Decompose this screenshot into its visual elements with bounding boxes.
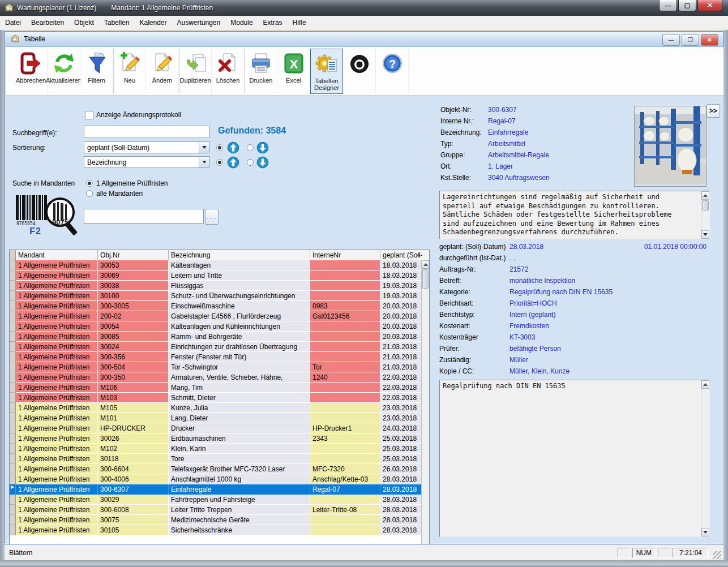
barcode-input[interactable]: [84, 209, 204, 224]
table-vertical-scrollbar[interactable]: [421, 260, 429, 567]
table-row[interactable]: 1 Allgemeine Prüffristen300-6604Telefaxg…: [10, 464, 422, 474]
barcode-browse-button[interactable]: .....: [205, 209, 219, 225]
table-cell: 1 Allgemeine Prüffristen: [16, 342, 98, 352]
field-value: . .: [509, 254, 515, 262]
table-row[interactable]: 1 Allgemeine Prüffristen300-6008Leiter T…: [10, 505, 422, 515]
scroll-up-icon[interactable]: [701, 191, 709, 200]
table-row[interactable]: 1 Allgemeine PrüffristenM102Klein, Karin…: [10, 444, 422, 454]
scroll-up-icon[interactable]: [422, 260, 429, 269]
table-row[interactable]: 1 Allgemeine Prüffristen30024Einrichtung…: [10, 342, 422, 352]
table-row[interactable]: 1 Allgemeine Prüffristen30075Medizintech…: [10, 515, 422, 525]
header-internenr[interactable]: InterneNr: [310, 250, 380, 260]
header-geplant[interactable]: geplant (Soll-D: [380, 250, 422, 260]
table-cell: 30085: [98, 332, 169, 342]
table-row[interactable]: 1 Allgemeine Prüffristen300-356Fenster (…: [10, 352, 422, 362]
tabelle-minimize-button[interactable]: —: [662, 34, 680, 46]
suchbegriff-input[interactable]: [84, 126, 209, 138]
duplizieren-button[interactable]: Duplizieren: [179, 49, 212, 94]
sort2-up-button[interactable]: [226, 156, 240, 169]
table-row[interactable]: 1 Allgemeine Prüffristen30118Tore25.03.2…: [10, 454, 422, 464]
table-row[interactable]: 1 Allgemeine Prüffristen30085Ramm- und B…: [10, 332, 422, 342]
dropdown-arrow-icon[interactable]: [199, 157, 209, 167]
menu-item-kalender[interactable]: Kalender: [134, 16, 172, 30]
maximize-button[interactable]: ▢: [678, 0, 696, 11]
table-row[interactable]: 1 Allgemeine PrüffristenM106Mang, Tim22.…: [10, 383, 422, 393]
table-row[interactable]: ▶1 Allgemeine Prüffristen300-6307Einfahr…: [10, 484, 422, 495]
tabelle-restore-button[interactable]: ❐: [682, 34, 699, 46]
table-row[interactable]: 1 Allgemeine PrüffristenM105Kunze, Julia…: [10, 403, 422, 413]
table-row[interactable]: 1 Allgemeine Prüffristen30105Sicherheits…: [10, 525, 422, 535]
loeschen-button[interactable]: Löschen: [212, 49, 245, 94]
sort2-asc-radio[interactable]: [216, 159, 223, 166]
table-row[interactable]: 1 Allgemeine Prüffristen300-3005Einschwe…: [10, 301, 422, 311]
menu-item-tabellen[interactable]: Tabellen: [99, 16, 135, 30]
neu-button[interactable]: Neu: [113, 49, 146, 94]
expand-details-button[interactable]: >>: [706, 104, 720, 118]
field-value: monatliche Inspektion: [509, 277, 575, 285]
row-selector-cell: [10, 332, 16, 342]
hilfe-button[interactable]: ?: [376, 49, 409, 94]
table-row[interactable]: 1 Allgemeine Prüffristen30026Erdbaumasch…: [10, 433, 422, 444]
sort2-down-button[interactable]: [256, 156, 269, 169]
table-row[interactable]: 1 Allgemeine Prüffristen300-4006Anschlag…: [10, 474, 422, 484]
abbrechen-button[interactable]: Abbrechen: [15, 49, 48, 94]
sort2-dropdown[interactable]: Bezeichnung: [84, 156, 209, 168]
table-row[interactable]: 1 Allgemeine Prüffristen30100Schutz- und…: [10, 291, 422, 301]
minimize-button[interactable]: —: [659, 0, 677, 11]
table-row[interactable]: 1 Allgemeine Prüffristen300-504Tor -Schw…: [10, 362, 422, 372]
table-cell: 25.03.2018: [380, 433, 422, 444]
tabellen-designer-button[interactable]: Tabellen Designer: [310, 49, 343, 94]
note-textarea[interactable]: Regalprüfung nach DIN EN 15635: [439, 380, 710, 537]
excel-button[interactable]: X Excel: [277, 49, 310, 94]
menu-item-bearbeiten[interactable]: Bearbeiten: [26, 16, 69, 30]
sort1-desc-radio[interactable]: [247, 144, 254, 151]
table-row[interactable]: 1 Allgemeine Prüffristen30069Leitern und…: [10, 270, 422, 281]
tabelle-close-button[interactable]: ✕: [701, 34, 718, 46]
menu-item-extras[interactable]: Extras: [258, 16, 288, 30]
table-row[interactable]: 1 Allgemeine PrüffristenM103Schmitt, Die…: [10, 393, 422, 403]
menu-item-objekt[interactable]: Objekt: [69, 16, 99, 30]
sort2-desc-radio[interactable]: [247, 159, 254, 166]
aendern-button[interactable]: Ändern: [146, 49, 179, 94]
mandanten-suche-label: Suche in Mandanten: [12, 179, 75, 187]
menu-item-auswertungen[interactable]: Auswertungen: [172, 16, 226, 30]
note-scrollbar[interactable]: [701, 380, 710, 536]
sort1-down-button[interactable]: [256, 141, 269, 154]
menu-item-hilfe[interactable]: Hilfe: [288, 16, 311, 30]
scroll-down-icon[interactable]: [701, 528, 709, 536]
filtern-button[interactable]: Filtern: [80, 49, 113, 94]
drucken-button[interactable]: Drucken: [245, 49, 277, 94]
aenderungsprotokoll-checkbox[interactable]: [85, 111, 93, 119]
description-scrollbar[interactable]: [701, 191, 710, 239]
sort1-up-button[interactable]: [226, 141, 240, 154]
description-textarea[interactable]: Lagereinrichtungen sind regelmäßig auf S…: [439, 191, 710, 239]
scroll-down-icon[interactable]: [701, 230, 709, 239]
table-row[interactable]: 1 Allgemeine Prüffristen300-350Armaturen…: [10, 372, 422, 383]
table-row[interactable]: 1 Allgemeine Prüffristen30038Flüssiggas1…: [10, 281, 422, 291]
table-row[interactable]: 1 Allgemeine Prüffristen200-02Gabelstapl…: [10, 311, 422, 321]
table-row[interactable]: 1 Allgemeine Prüffristen30054Kälteanlage…: [10, 321, 422, 332]
mandant-current-label: 1 Allgemeine Prüffristen: [96, 179, 168, 187]
sort1-asc-radio[interactable]: [216, 144, 223, 151]
aktualisieren-button[interactable]: Aktualisieren: [48, 49, 80, 94]
edit-pencil-icon: [151, 52, 174, 75]
scroll-up-icon[interactable]: [701, 380, 709, 389]
table-row[interactable]: 1 Allgemeine PrüffristenHP-DRUCKERDrucke…: [10, 423, 422, 433]
header-bezeichnung[interactable]: Bezeichnung: [169, 250, 310, 260]
header-mandant[interactable]: Mandant: [16, 250, 98, 260]
table-row[interactable]: 1 Allgemeine Prüffristen30053Kälteanlage…: [10, 260, 422, 270]
close-button[interactable]: ✕: [697, 0, 722, 11]
camera-button[interactable]: [343, 49, 376, 94]
resize-grip[interactable]: [713, 551, 721, 559]
vertical-scroll-thumb[interactable]: [422, 269, 429, 289]
dropdown-arrow-icon[interactable]: [199, 142, 209, 153]
mandant-all-radio[interactable]: [86, 190, 93, 197]
description-scroll-thumb[interactable]: [702, 200, 709, 211]
sort1-dropdown[interactable]: geplant (Soll-Datum): [84, 141, 209, 153]
mandant-current-radio[interactable]: [86, 180, 93, 187]
table-row[interactable]: 1 Allgemeine PrüffristenM101Lang, Dieter…: [10, 413, 422, 423]
header-objnr[interactable]: Obj.Nr: [98, 250, 169, 260]
menu-item-datei[interactable]: Datei: [0, 16, 26, 30]
menu-item-module[interactable]: Module: [225, 16, 258, 30]
table-row[interactable]: 1 Allgemeine Prüffristen30029Fahrtreppen…: [10, 495, 422, 505]
